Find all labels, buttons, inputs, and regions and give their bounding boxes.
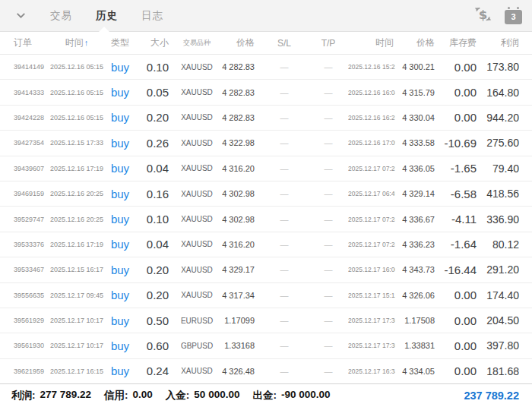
cell-tp: — [309, 113, 348, 122]
table-row[interactable]: 395566352025.12.17 09:45buy0.20XAUUSD4 3… [0, 283, 532, 308]
cell-close-price: 4 315.79 [395, 88, 438, 97]
cell-open-time: 2025.12.16 20:25 [49, 216, 105, 223]
table-row[interactable]: 395297472025.12.16 20:25buy0.10XAUUSD4 3… [0, 207, 532, 232]
table-row[interactable]: 394143332025.12.16 05:15buy0.05XAUUSD4 2… [0, 80, 532, 105]
cell-close-time: 2025.12.17 16:34 [348, 368, 395, 375]
header-open-time[interactable]: 时间↑ [49, 36, 105, 49]
summary-profit-label: 利润: [11, 389, 36, 402]
cell-profit: 397.80 [480, 339, 532, 352]
cell-size: 0.20 [135, 111, 173, 124]
cell-swap: -1.64 [438, 238, 480, 251]
calendar-badge-icon[interactable]: 3 [505, 10, 522, 24]
cell-close-time: 2025.12.17 07:24 [348, 241, 395, 248]
cell-close-time: 2025.12.17 17:36 [348, 317, 395, 324]
cell-profit: 944.20 [480, 112, 532, 124]
cell-order: 39561930 [0, 342, 49, 349]
summary-credit: 信用: 0.00 [104, 389, 153, 402]
header-profit[interactable]: 利润 [480, 36, 532, 49]
header-close-price[interactable]: 价格 [395, 36, 438, 49]
cell-swap: 0.00 [438, 339, 480, 352]
cell-size: 0.16 [135, 188, 173, 200]
chevron-down-icon[interactable] [14, 9, 27, 22]
summary-bar: 利润: 277 789.22 信用: 0.00 入金: 50 000.00 出金… [0, 383, 532, 407]
table-row[interactable]: 395334672025.12.15 16:17buy0.20XAUUSD4 3… [0, 257, 532, 282]
cell-close-price: 4 330.04 [395, 113, 438, 122]
cell-swap: -16.44 [438, 263, 480, 276]
cell-size: 0.50 [135, 314, 173, 327]
cell-price: 4 329.17 [220, 265, 260, 274]
table-header: 订单 时间↑ 类型 大小 交易品种 价格 S/L T/P 时间 价格 库存费 利… [0, 32, 532, 55]
cell-swap: 0.00 [438, 111, 480, 124]
cell-symbol: XAUUSD [173, 113, 220, 121]
table-row[interactable]: 395333762025.12.16 17:19buy0.04XAUUSD4 3… [0, 232, 532, 257]
cell-type: buy [105, 111, 135, 124]
table-row[interactable]: 394141492025.12.16 05:15buy0.10XAUUSD4 2… [0, 55, 532, 80]
cell-sl: — [260, 164, 309, 173]
cell-tp: — [309, 189, 348, 198]
cell-size: 0.20 [135, 263, 173, 276]
cell-size: 0.10 [135, 213, 173, 226]
table-row[interactable]: 395619292025.12.17 10:17buy0.50EURUSD1.1… [0, 308, 532, 333]
header-open-price[interactable]: 价格 [220, 36, 260, 49]
cell-swap: -4.11 [438, 213, 480, 226]
cell-close-price: 4 336.67 [395, 215, 438, 224]
sort-ascending-icon: ↑ [84, 38, 89, 47]
tab-journal[interactable]: 日志 [141, 9, 163, 23]
cell-symbol: XAUUSD [173, 291, 220, 299]
cell-size: 0.04 [135, 162, 173, 175]
cell-open-time: 2025.12.17 10:17 [49, 317, 105, 324]
cell-order: 39469159 [0, 190, 49, 197]
cell-open-time: 2025.12.16 17:19 [49, 165, 105, 172]
cell-type: buy [105, 339, 135, 352]
header-order[interactable]: 订单 [0, 36, 49, 49]
cell-type: buy [105, 61, 135, 74]
cell-close-price: 4 343.73 [395, 265, 438, 274]
header-swap[interactable]: 库存费 [438, 36, 480, 49]
cell-order: 39414333 [0, 89, 49, 96]
cell-swap: -6.58 [438, 188, 480, 200]
deals-dollar-icon[interactable]: $ [473, 5, 492, 27]
tab-bar: 交易 历史 日志 [50, 9, 163, 23]
table-row[interactable]: 396219592025.12.17 16:15buy0.24XAUUSD4 3… [0, 359, 532, 383]
cell-sl: — [260, 341, 309, 350]
cell-profit: 336.90 [480, 213, 532, 226]
header-size[interactable]: 大小 [135, 36, 173, 49]
summary-credit-value: 0.00 [133, 389, 153, 402]
cell-swap: -10.69 [438, 137, 480, 150]
cell-close-price: 4 334.05 [395, 367, 438, 376]
tab-history[interactable]: 历史 [96, 9, 118, 23]
cell-symbol: XAUUSD [173, 266, 220, 274]
cell-close-time: 2025.12.17 16:00 [348, 266, 395, 273]
cell-sl: — [260, 240, 309, 249]
cell-close-time: 2025.12.16 16:23 [348, 114, 395, 121]
table-row[interactable]: 394691592025.12.16 20:25buy0.16XAUUSD4 3… [0, 181, 532, 207]
table-row[interactable]: 394396072025.12.16 17:19buy0.04XAUUSD4 3… [0, 156, 532, 181]
cell-type: buy [105, 289, 135, 301]
header-close-time[interactable]: 时间 [348, 36, 395, 49]
cell-size: 0.20 [135, 289, 173, 301]
cell-swap: 0.00 [438, 314, 480, 327]
calendar-pin [508, 7, 510, 9]
cell-close-time: 2025.12.16 16:04 [348, 89, 395, 96]
header-symbol[interactable]: 交易品种 [173, 38, 220, 48]
cell-close-price: 4 300.21 [395, 62, 438, 71]
cell-sl: — [260, 291, 309, 300]
cell-sl: — [260, 189, 309, 198]
header-take-profit[interactable]: T/P [309, 38, 348, 49]
summary-deposit-value: 50 000.00 [194, 389, 239, 402]
cell-swap: 0.00 [438, 61, 480, 74]
cell-size: 0.24 [135, 364, 173, 377]
tab-trade[interactable]: 交易 [50, 9, 72, 23]
trading-history-window: 交易 历史 日志 $ 3 订单 时间↑ [0, 0, 532, 407]
header-type[interactable]: 类型 [105, 36, 135, 49]
table-row[interactable]: 394242282025.12.16 05:15buy0.20XAUUSD4 2… [0, 106, 532, 131]
table-row[interactable]: 394273542025.12.15 17:33buy0.26XAUUSD4 3… [0, 131, 532, 156]
cell-price: 4 316.20 [220, 164, 260, 173]
cell-close-time: 2025.12.17 15:12 [348, 292, 395, 299]
cell-open-time: 2025.12.15 16:17 [49, 266, 105, 273]
summary-credit-label: 信用: [104, 389, 128, 402]
table-row[interactable]: 395619302025.12.17 10:17buy0.60GBPUSD1.3… [0, 333, 532, 358]
cell-tp: — [309, 240, 348, 249]
cell-order: 39529747 [0, 216, 49, 223]
header-stop-loss[interactable]: S/L [260, 38, 309, 49]
